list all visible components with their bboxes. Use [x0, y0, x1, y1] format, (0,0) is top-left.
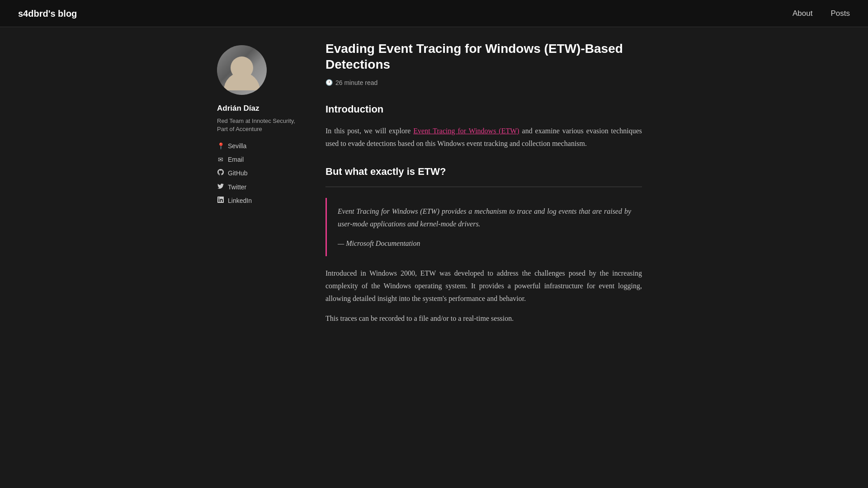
- sidebar: Adrián Díaz Red Team at Innotec Security…: [217, 41, 307, 332]
- sidebar-item-email[interactable]: ✉ Email: [217, 155, 307, 164]
- sidebar-item-location[interactable]: 📍 Sevilla: [217, 141, 307, 151]
- location-icon: 📍: [217, 141, 224, 151]
- linkedin-icon: [217, 196, 224, 206]
- intro-paragraph: In this post, we will explore Event Trac…: [326, 125, 642, 150]
- page-container: Adrián Díaz Red Team at Innotec Security…: [208, 27, 660, 346]
- site-header: s4dbrd's blog About Posts: [0, 0, 868, 27]
- section-heading-intro: Introduction: [326, 101, 642, 117]
- post-title: Evading Event Tracing for Windows (ETW)-…: [326, 41, 642, 72]
- email-icon: ✉: [217, 155, 224, 164]
- post-body: Introduction In this post, we will explo…: [326, 101, 642, 325]
- sidebar-links: 📍 Sevilla ✉ Email GitHub: [217, 141, 307, 206]
- sidebar-item-twitter[interactable]: Twitter: [217, 182, 307, 192]
- post-meta: 🕐 26 minute read: [326, 78, 642, 88]
- twitter-label[interactable]: Twitter: [228, 182, 246, 192]
- github-label[interactable]: GitHub: [228, 168, 248, 178]
- main-nav: About Posts: [793, 7, 850, 19]
- blockquote-italic: Event Tracing for Windows (ETW) provides…: [338, 207, 631, 228]
- blockquote: Event Tracing for Windows (ETW) provides…: [326, 198, 642, 257]
- sidebar-item-github[interactable]: GitHub: [217, 168, 307, 178]
- avatar: [217, 45, 267, 95]
- location-label[interactable]: Sevilla: [228, 141, 246, 151]
- nav-about[interactable]: About: [793, 7, 812, 19]
- etw-link[interactable]: Event Tracing for Windows (ETW): [413, 127, 519, 135]
- section-divider: [326, 187, 642, 187]
- author-name: Adrián Díaz: [217, 102, 307, 114]
- clock-icon: 🕐: [326, 78, 333, 88]
- site-title[interactable]: s4dbrd's blog: [18, 6, 77, 21]
- main-content: Evading Event Tracing for Windows (ETW)-…: [326, 41, 642, 332]
- body-paragraph-1: Introduced in Windows 2000, ETW was deve…: [326, 267, 642, 305]
- linkedin-label[interactable]: LinkedIn: [228, 196, 252, 206]
- author-bio: Red Team at Innotec Security, Part of Ac…: [217, 117, 307, 133]
- section-heading-etw: But what exactly is ETW?: [326, 164, 642, 179]
- nav-posts[interactable]: Posts: [830, 7, 850, 19]
- blockquote-text: Event Tracing for Windows (ETW) provides…: [338, 205, 631, 230]
- avatar-image: [217, 45, 267, 95]
- email-label[interactable]: Email: [228, 155, 244, 164]
- body-paragraph-2: This traces can be recorded to a file an…: [326, 312, 642, 325]
- github-icon: [217, 168, 224, 178]
- twitter-icon: [217, 182, 224, 192]
- sidebar-item-linkedin[interactable]: LinkedIn: [217, 196, 307, 206]
- blockquote-attribution: — Microsoft Documentation: [338, 238, 631, 249]
- read-time: 26 minute read: [335, 78, 377, 88]
